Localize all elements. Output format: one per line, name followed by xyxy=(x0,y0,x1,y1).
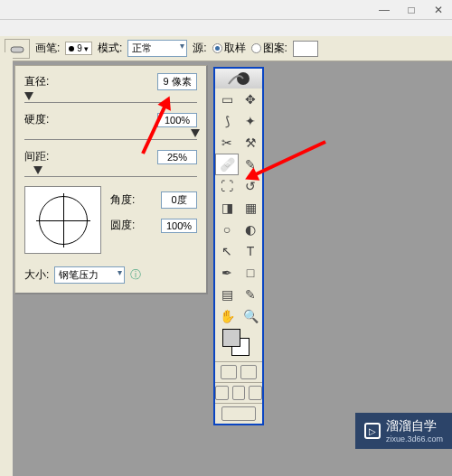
healing-icon[interactable]: 🩹 xyxy=(215,154,239,175)
hardness-label: 硬度: xyxy=(24,112,49,127)
close-button[interactable]: ✕ xyxy=(425,1,452,19)
hand-icon[interactable]: ✋ xyxy=(215,305,239,327)
jump-row xyxy=(215,403,262,424)
brush-angle-preview[interactable] xyxy=(24,186,101,254)
color-swatches[interactable] xyxy=(215,327,262,361)
eraser-icon[interactable]: ◨ xyxy=(215,197,239,219)
sample-radio[interactable]: 取样 xyxy=(212,41,246,56)
titlebar: — □ ✕ xyxy=(0,0,452,20)
marquee-icon[interactable]: ▭ xyxy=(215,89,239,110)
menubar xyxy=(0,20,452,36)
options-bar: 画笔: 9 ▾ 模式: 正常 源: 取样 图案: xyxy=(0,36,452,61)
pen-icon[interactable]: ✒ xyxy=(215,262,239,284)
radio-icon xyxy=(212,43,222,53)
jump-to-button[interactable] xyxy=(221,406,256,421)
svg-rect-0 xyxy=(11,47,24,52)
size-dropdown[interactable]: 钢笔压力 xyxy=(54,266,125,284)
screen-mode-row xyxy=(215,382,262,403)
spacing-slider[interactable] xyxy=(24,167,197,177)
wand-icon[interactable]: ✦ xyxy=(239,110,262,132)
mode-label: 模式: xyxy=(98,41,122,56)
minimize-button[interactable]: — xyxy=(371,1,398,19)
brush-size-value: 9 xyxy=(77,43,82,53)
info-icon[interactable]: ⓘ xyxy=(130,267,141,283)
eyedrop-icon[interactable]: ✎ xyxy=(239,284,262,305)
move-icon[interactable]: ✥ xyxy=(239,89,262,110)
watermark-text: 溜溜自学 xyxy=(386,418,443,434)
spacing-label: 间距: xyxy=(24,149,49,164)
path-icon[interactable]: ↖ xyxy=(215,240,239,262)
pattern-radio[interactable]: 图案: xyxy=(251,41,287,56)
stamp-icon[interactable]: ⛶ xyxy=(215,175,239,197)
roundness-input[interactable]: 100% xyxy=(161,219,197,233)
angle-label: 角度: xyxy=(110,192,135,208)
size-label: 大小: xyxy=(24,267,49,283)
maximize-button[interactable]: □ xyxy=(398,1,425,19)
diameter-input[interactable]: 9 像素 xyxy=(157,73,197,90)
mode-dropdown[interactable]: 正常 xyxy=(127,40,187,57)
spacing-input[interactable]: 25% xyxy=(157,150,197,164)
dodge-icon[interactable]: ◐ xyxy=(239,219,262,240)
quickmask-row xyxy=(215,361,262,382)
quickmask-mode-button[interactable] xyxy=(240,365,257,379)
slice-icon[interactable]: ⚒ xyxy=(239,132,262,154)
type-icon[interactable]: T xyxy=(239,240,262,262)
toolbox: ▭✥⟆✦✂⚒🩹✎⛶↺◨▦○◐↖T✒□▤✎✋🔍 xyxy=(213,67,264,425)
zoom-icon[interactable]: 🔍 xyxy=(239,305,262,327)
brush-settings-panel: 直径: 9 像素 硬度: 100% 间距: 25% 角度: 0 xyxy=(14,65,208,294)
ps-logo-icon xyxy=(225,71,252,86)
hardness-slider[interactable] xyxy=(24,130,197,140)
brush-picker[interactable]: 9 ▾ xyxy=(65,42,92,55)
screen-mode-3[interactable] xyxy=(249,386,262,400)
brush-label: 画笔: xyxy=(35,41,60,56)
sample-label: 取样 xyxy=(224,41,246,56)
pattern-swatch[interactable] xyxy=(293,41,318,57)
diameter-label: 直径: xyxy=(24,74,49,89)
hardness-input[interactable]: 100% xyxy=(157,113,197,127)
radio-icon xyxy=(251,43,261,53)
ruler xyxy=(0,52,13,476)
blur-icon[interactable]: ○ xyxy=(215,219,239,240)
pattern-label: 图案: xyxy=(263,41,287,56)
watermark: ▷ 溜溜自学 zixue.3d66.com xyxy=(355,413,452,449)
shape-icon[interactable]: □ xyxy=(239,262,262,284)
notes-icon[interactable]: ▤ xyxy=(215,284,239,305)
foreground-color[interactable] xyxy=(222,329,240,347)
watermark-url: zixue.3d66.com xyxy=(386,434,443,443)
screen-mode-2[interactable] xyxy=(232,386,246,400)
source-label: 源: xyxy=(193,41,206,56)
toolbox-header[interactable] xyxy=(215,69,262,89)
screen-mode-1[interactable] xyxy=(215,386,229,400)
brush-dot-icon xyxy=(69,46,74,51)
standard-mode-button[interactable] xyxy=(221,365,237,379)
lasso-icon[interactable]: ⟆ xyxy=(215,110,239,132)
angle-input[interactable]: 0度 xyxy=(161,191,197,209)
crop-icon[interactable]: ✂ xyxy=(215,132,239,154)
gradient-icon[interactable]: ▦ xyxy=(239,197,262,219)
roundness-label: 圆度: xyxy=(110,218,135,233)
play-icon: ▷ xyxy=(364,423,381,439)
